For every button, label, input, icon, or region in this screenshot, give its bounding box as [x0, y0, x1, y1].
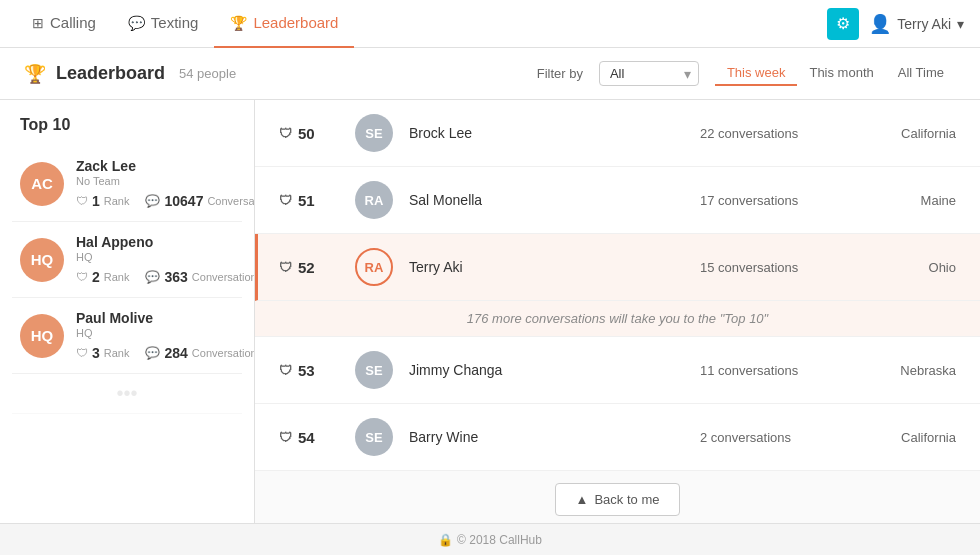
- lb-location-51: Maine: [856, 193, 956, 208]
- sidebar-info-3: Paul Molive HQ 🛡 3 Rank 💬 284 Co: [76, 310, 255, 361]
- lb-initials-50: SE: [365, 126, 382, 141]
- footer: 🔒 © 2018 CallHub: [0, 523, 980, 555]
- shield-icon-53: 🛡: [279, 363, 292, 378]
- convo-icon-3: 💬: [145, 346, 160, 360]
- calling-icon: ⊞: [32, 15, 44, 31]
- app-wrapper: ⊞ Calling 💬 Texting 🏆 Leaderboard ⚙ 👤 Te…: [0, 0, 980, 555]
- filter-this-month[interactable]: This month: [797, 61, 885, 86]
- stat-rank-1: 🛡 1 Rank: [76, 193, 129, 209]
- stat-conv-label-3: Conversations: [192, 347, 255, 359]
- filter-all-time[interactable]: All Time: [886, 61, 956, 86]
- leaderboard-label: Leaderboard: [253, 14, 338, 31]
- footer-text: © 2018 CallHub: [457, 533, 542, 547]
- lb-row-50: 🛡 50 SE Brock Lee 22 conversations Calif…: [255, 100, 980, 167]
- stat-conv-num-2: 363: [164, 269, 187, 285]
- sidebar: Top 10 AC Zack Lee No Team 🛡 1: [0, 100, 255, 523]
- shield-icon-51: 🛡: [279, 193, 292, 208]
- sidebar-name-2: Hal Appeno: [76, 234, 255, 250]
- stat-conv-label-1: Conversations: [207, 195, 255, 207]
- user-icon: 👤: [869, 13, 891, 35]
- sidebar-team-1: No Team: [76, 175, 255, 187]
- main-content: 🛡 50 SE Brock Lee 22 conversations Calif…: [255, 100, 980, 523]
- lb-rank-54: 🛡 54: [279, 429, 339, 446]
- time-filters: This week This month All Time: [715, 61, 956, 86]
- trophy-icon: 🏆: [24, 63, 46, 85]
- lb-convos-54: 2 conversations: [700, 430, 840, 445]
- avatar-initials-1: AC: [31, 175, 53, 192]
- sidebar-info-1: Zack Lee No Team 🛡 1 Rank 💬 10647: [76, 158, 255, 209]
- avatar-initials-2: HQ: [31, 251, 54, 268]
- lb-avatar-54: SE: [355, 418, 393, 456]
- filter-label: Filter by: [537, 66, 583, 81]
- filter-this-week[interactable]: This week: [715, 61, 798, 86]
- sidebar-name-1: Zack Lee: [76, 158, 255, 174]
- filter-select[interactable]: All: [599, 61, 699, 86]
- convo-icon-2: 💬: [145, 270, 160, 284]
- sidebar-item-3: HQ Paul Molive HQ 🛡 3 Rank 💬: [12, 298, 242, 374]
- user-menu[interactable]: 👤 Terry Aki ▾: [869, 13, 964, 35]
- stat-conv-num-1: 10647: [164, 193, 203, 209]
- leaderboard-icon: 🏆: [230, 15, 247, 31]
- lb-rank-53: 🛡 53: [279, 362, 339, 379]
- lb-row-52: 🛡 52 RA Terry Aki 15 conversations Ohio: [255, 234, 980, 301]
- stat-conv-num-3: 284: [164, 345, 187, 361]
- lb-name-51: Sal Monella: [409, 192, 684, 208]
- rank-num-51: 51: [298, 192, 315, 209]
- notification-button[interactable]: ⚙: [827, 8, 859, 40]
- lb-note-row: 176 more conversations will take you to …: [255, 301, 980, 337]
- stat-rank-label-3: Rank: [104, 347, 130, 359]
- shield-icon-52: 🛡: [279, 260, 292, 275]
- nav-texting[interactable]: 💬 Texting: [112, 0, 215, 48]
- avatar-2: HQ: [20, 238, 64, 282]
- lb-convos-52: 15 conversations: [700, 260, 840, 275]
- back-to-me-label: Back to me: [594, 492, 659, 507]
- sidebar-team-2: HQ: [76, 251, 255, 263]
- stat-rank-num-3: 3: [92, 345, 100, 361]
- sidebar-team-3: HQ: [76, 327, 255, 339]
- lb-initials-51: RA: [365, 193, 384, 208]
- lb-initials-52: RA: [365, 260, 384, 275]
- stat-conv-label-2: Conversations: [192, 271, 255, 283]
- sidebar-item-2: HQ Hal Appeno HQ 🛡 2 Rank 💬: [12, 222, 242, 298]
- page-title-area: 🏆 Leaderboard 54 people: [24, 63, 236, 85]
- lb-row-53: 🛡 53 SE Jimmy Changa 11 conversations Ne…: [255, 337, 980, 404]
- sidebar-item-more: •••: [12, 374, 242, 414]
- nav-calling[interactable]: ⊞ Calling: [16, 0, 112, 48]
- sidebar-stats-1: 🛡 1 Rank 💬 10647 Conversations: [76, 193, 255, 209]
- sidebar-list: AC Zack Lee No Team 🛡 1 Rank 💬: [0, 146, 254, 414]
- calling-label: Calling: [50, 14, 96, 31]
- people-count: 54 people: [179, 66, 236, 81]
- leaderboard-table: 🛡 50 SE Brock Lee 22 conversations Calif…: [255, 100, 980, 523]
- shield-icon-50: 🛡: [279, 126, 292, 141]
- stat-rank-label-2: Rank: [104, 271, 130, 283]
- lb-rank-52: 🛡 52: [279, 259, 339, 276]
- rank-num-50: 50: [298, 125, 315, 142]
- shield-icon-1: 🛡: [76, 194, 88, 208]
- lb-initials-54: SE: [365, 430, 382, 445]
- lb-avatar-53: SE: [355, 351, 393, 389]
- shield-icon-3: 🛡: [76, 346, 88, 360]
- lb-rank-50: 🛡 50: [279, 125, 339, 142]
- lb-name-52: Terry Aki: [409, 259, 684, 275]
- right-panel: 🛡 50 SE Brock Lee 22 conversations Calif…: [255, 100, 980, 523]
- back-to-me-button[interactable]: ▲ Back to me: [555, 483, 681, 516]
- lb-name-53: Jimmy Changa: [409, 362, 684, 378]
- rank-num-54: 54: [298, 429, 315, 446]
- texting-label: Texting: [151, 14, 199, 31]
- stat-rank-3: 🛡 3 Rank: [76, 345, 129, 361]
- rank-num-52: 52: [298, 259, 315, 276]
- stat-rank-label-1: Rank: [104, 195, 130, 207]
- nav-leaderboard[interactable]: 🏆 Leaderboard: [214, 0, 354, 48]
- filter-select-wrap: All: [599, 61, 699, 86]
- stat-conv-2: 💬 363 Conversations: [145, 269, 255, 285]
- user-label: Terry Aki: [897, 16, 951, 32]
- lb-row-51: 🛡 51 RA Sal Monella 17 conversations Mai…: [255, 167, 980, 234]
- nav-right: ⚙ 👤 Terry Aki ▾: [827, 8, 964, 40]
- shield-icon-2: 🛡: [76, 270, 88, 284]
- lb-convos-50: 22 conversations: [700, 126, 840, 141]
- lb-initials-53: SE: [365, 363, 382, 378]
- avatar-initials-3: HQ: [31, 327, 54, 344]
- page-header: 🏆 Leaderboard 54 people Filter by All Th…: [0, 48, 980, 100]
- more-items-indicator: •••: [116, 382, 137, 405]
- current-user-note: 176 more conversations will take you to …: [467, 311, 768, 326]
